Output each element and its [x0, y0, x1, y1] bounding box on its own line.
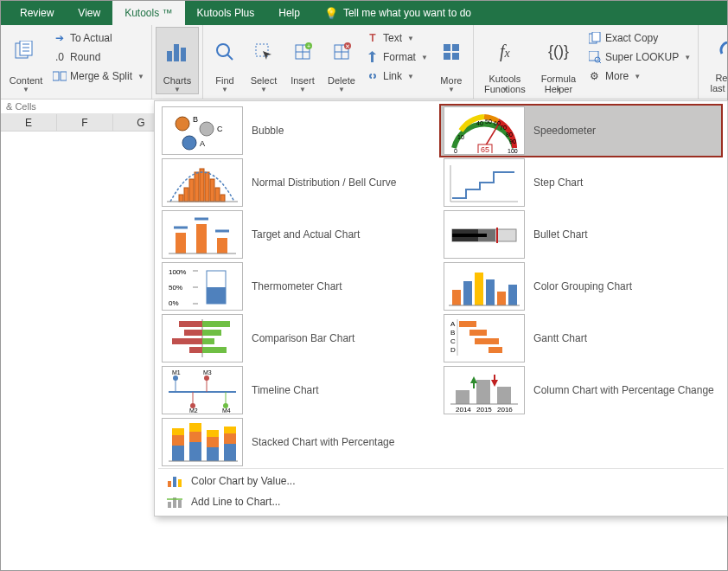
exact-copy-button[interactable]: Exact Copy [584, 29, 694, 48]
tab-review[interactable]: Review [8, 1, 66, 25]
svg-line-11 [227, 55, 233, 60]
chart-step[interactable]: Step Chart [440, 157, 722, 209]
chart-normal-label: Normal Distribution / Bell Curve [252, 176, 396, 189]
svg-text:✕: ✕ [345, 43, 350, 49]
content-label: Content [10, 75, 43, 86]
col-header-f[interactable]: F [57, 114, 113, 132]
chart-bullet-label: Bullet Chart [533, 228, 588, 241]
bubble-thumb: BCA [162, 106, 243, 155]
chart-thermometer[interactable]: 100% 50% 0% Thermometer Chart [158, 260, 440, 312]
super-lookup-button[interactable]: Super LOOKUP ▼ [584, 48, 694, 67]
more-formulas-button[interactable]: ⚙ More ▼ [584, 67, 694, 86]
chart-target-actual[interactable]: Target and Actual Chart [158, 209, 440, 260]
find-button[interactable]: Find ▼ [207, 27, 243, 94]
group-rerun: Re-run last utility [699, 25, 728, 99]
charts-label: Charts [163, 75, 191, 86]
content-button[interactable]: Content ▼ [4, 27, 48, 94]
format-button[interactable]: Format ▼ [362, 48, 431, 67]
svg-rect-95 [172, 338, 202, 344]
svg-rect-58 [215, 188, 220, 202]
charts-button[interactable]: Charts ▼ [156, 27, 199, 94]
svg-rect-92 [202, 321, 230, 327]
rerun-label: Re-run last utility [711, 73, 728, 93]
tell-me-search[interactable]: 💡 Tell me what you want to do [312, 1, 483, 25]
select-label: Select [251, 75, 278, 86]
color-chart-label: Color Chart by Value... [191, 475, 296, 487]
svg-text:C: C [450, 337, 456, 345]
insert-button[interactable]: + Insert ▼ [284, 27, 321, 94]
svg-text:2015: 2015 [476, 406, 492, 413]
chart-speedometer-label: Speedometer [533, 125, 596, 137]
svg-rect-52 [184, 188, 188, 202]
delete-button[interactable]: ✕ Delete ▼ [322, 27, 361, 94]
formula-helper-button[interactable]: {()} Formula Helper ▾ [534, 27, 583, 94]
chart-pct-change[interactable]: 2014 2015 2016 Column Chart with Percent… [440, 364, 722, 416]
chart-timeline-label: Timeline Chart [252, 384, 319, 396]
chevron-down-icon: ▼ [174, 86, 181, 93]
chart-timeline[interactable]: M1 M2 M3 M4 Timeline Chart [158, 364, 440, 416]
chart-comparison-bar[interactable]: Comparison Bar Chart [158, 312, 440, 364]
add-line-to-chart[interactable]: Add Line to Chart... [158, 491, 724, 512]
format-icon [366, 50, 380, 64]
chart-stacked-pct[interactable]: Stacked Chart with Percentage [158, 416, 440, 468]
tab-help[interactable]: Help [266, 1, 312, 25]
svg-text:70: 70 [500, 125, 507, 131]
svg-text:0: 0 [454, 148, 457, 153]
svg-rect-141 [224, 427, 236, 433]
chart-bullet[interactable]: Bullet Chart [440, 209, 722, 260]
chevron-down-icon: ▼ [299, 86, 306, 93]
svg-text:50%: 50% [169, 284, 182, 292]
more-button[interactable]: More ▼ [433, 27, 469, 94]
rerun-button[interactable]: Re-run last utility [702, 27, 728, 94]
svg-rect-24 [444, 44, 450, 51]
svg-rect-51 [179, 195, 183, 202]
tab-kutools-plus[interactable]: Kutools Plus [185, 1, 267, 25]
svg-point-10 [217, 44, 229, 56]
chart-bubble[interactable]: BCA Bubble [158, 105, 440, 157]
svg-rect-55 [200, 169, 204, 202]
svg-rect-25 [452, 44, 459, 51]
group-content: Content ▼ ➔ To Actual .0 Round Merge & S… [1, 25, 152, 99]
tab-view[interactable]: View [66, 1, 112, 25]
stacked-thumb [162, 418, 243, 466]
kutools-functions-button[interactable]: fx Kutools Functions ▾ [477, 27, 533, 94]
merge-split-button[interactable]: Merge & Split ▼ [49, 67, 148, 86]
col-header-e[interactable]: E [1, 114, 57, 132]
chart-gantt[interactable]: A B C D Gantt Chart [440, 312, 722, 364]
chart-speedometer[interactable]: 0 10 40 50 60 70 80 90 100 65 Speedomete… [440, 105, 722, 157]
tab-kutools[interactable]: Kutools ™ [112, 1, 184, 25]
ribbon: Content ▼ ➔ To Actual .0 Round Merge & S… [1, 25, 727, 99]
svg-rect-9 [181, 48, 186, 61]
svg-rect-106 [489, 347, 502, 353]
svg-text:M3: M3 [203, 369, 212, 375]
chevron-down-icon: ▾ [557, 86, 560, 93]
more-formulas-label: More [605, 70, 629, 82]
svg-rect-6 [61, 72, 67, 80]
link-button[interactable]: Link ▼ [362, 67, 431, 86]
chevron-down-icon: ▼ [407, 73, 414, 80]
svg-rect-57 [210, 179, 214, 202]
svg-rect-121 [456, 390, 469, 404]
chart-normal-distribution[interactable]: Normal Distribution / Bell Curve [158, 157, 440, 209]
text-button[interactable]: T Text ▼ [362, 29, 431, 48]
insert-label: Insert [291, 75, 315, 86]
svg-text:C: C [217, 125, 223, 133]
insert-icon: + [293, 42, 312, 61]
merge-split-label: Merge & Split [70, 70, 132, 82]
svg-rect-87 [497, 292, 506, 305]
to-actual-button[interactable]: ➔ To Actual [49, 29, 148, 48]
round-icon: .0 [53, 50, 67, 64]
copy-icon [588, 31, 602, 45]
svg-rect-132 [172, 428, 184, 435]
select-button[interactable]: Select ▼ [245, 27, 283, 94]
round-button[interactable]: .0 Round [49, 48, 148, 67]
color-chart-by-value[interactable]: Color Chart by Value... [158, 471, 724, 491]
group-charts: Charts ▼ [152, 25, 203, 99]
super-lookup-label: Super LOOKUP [605, 51, 679, 63]
svg-rect-27 [452, 53, 459, 60]
svg-text:50: 50 [485, 119, 492, 125]
text-label: Text [383, 32, 402, 44]
chart-color-grouping[interactable]: Color Grouping Chart [440, 260, 722, 312]
svg-rect-104 [475, 338, 499, 344]
svg-rect-138 [207, 430, 219, 437]
